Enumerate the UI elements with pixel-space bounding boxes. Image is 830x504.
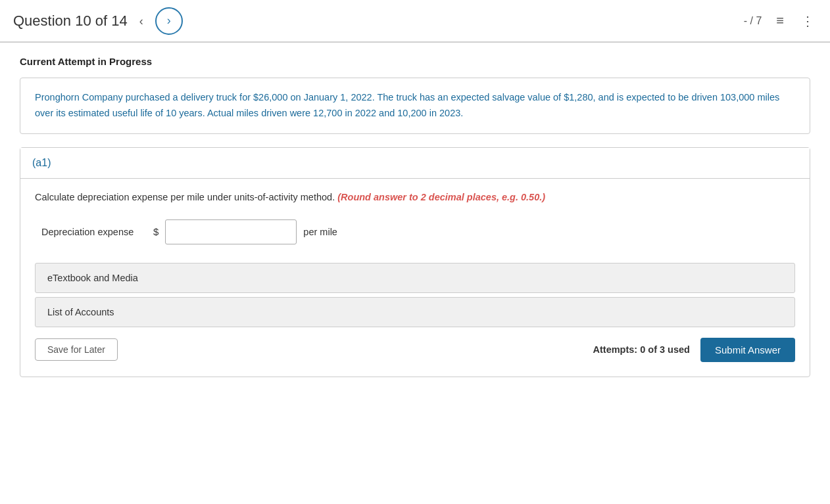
part-label: (a1) xyxy=(32,157,51,168)
accounts-label: List of Accounts xyxy=(47,307,114,317)
list-of-accounts-button[interactable]: List of Accounts xyxy=(35,297,795,327)
prev-arrow-button[interactable]: ‹ xyxy=(135,12,147,30)
page-wrapper: Question 10 of 14 ‹ › - / 7 ≡ ⋮ Current … xyxy=(0,0,830,504)
question-title: Question 10 of 14 xyxy=(13,12,128,30)
next-arrow-icon: › xyxy=(167,14,171,28)
submit-answer-button[interactable]: Submit Answer xyxy=(700,338,795,362)
more-icon-button[interactable]: ⋮ xyxy=(798,11,817,32)
save-later-button[interactable]: Save for Later xyxy=(35,338,118,361)
dollar-sign: $ xyxy=(153,226,159,237)
input-row: Depreciation expense $ per mile xyxy=(35,219,795,244)
part-box: (a1) Calculate depreciation expense per … xyxy=(20,147,810,377)
depreciation-label: Depreciation expense xyxy=(41,227,147,237)
footer-right: Attempts: 0 of 3 used Submit Answer xyxy=(593,338,795,362)
etextbook-label: eTextbook and Media xyxy=(47,273,138,283)
content-area: Current Attempt in Progress Pronghorn Co… xyxy=(0,43,830,504)
problem-box: Pronghorn Company purchased a delivery t… xyxy=(20,78,810,134)
instruction-note: (Round answer to 2 decimal places, e.g. … xyxy=(337,192,545,202)
per-mile-text: per mile xyxy=(303,227,337,237)
header-left: Question 10 of 14 ‹ › xyxy=(13,7,744,35)
problem-text: Pronghorn Company purchased a delivery t… xyxy=(35,90,795,122)
save-later-label: Save for Later xyxy=(47,344,105,355)
attempts-text: Attempts: 0 of 3 used xyxy=(593,344,690,355)
instruction-text: Calculate depreciation expense per mile … xyxy=(35,191,795,205)
footer-row: Save for Later Attempts: 0 of 3 used Sub… xyxy=(35,335,795,365)
part-body: Calculate depreciation expense per mile … xyxy=(20,179,810,377)
header: Question 10 of 14 ‹ › - / 7 ≡ ⋮ xyxy=(0,0,830,43)
list-icon: ≡ xyxy=(776,13,784,28)
part-header: (a1) xyxy=(20,148,810,179)
depreciation-input[interactable] xyxy=(165,219,297,244)
list-icon-button[interactable]: ≡ xyxy=(773,11,787,31)
etextbook-button[interactable]: eTextbook and Media xyxy=(35,263,795,293)
next-circle-button[interactable]: › xyxy=(155,7,183,35)
header-right: - / 7 ≡ ⋮ xyxy=(744,11,817,32)
more-icon: ⋮ xyxy=(801,14,814,28)
instruction-main: Calculate depreciation expense per mile … xyxy=(35,192,335,202)
submit-label: Submit Answer xyxy=(715,344,781,355)
score-display: - / 7 xyxy=(744,15,762,27)
current-attempt-label: Current Attempt in Progress xyxy=(20,56,810,67)
